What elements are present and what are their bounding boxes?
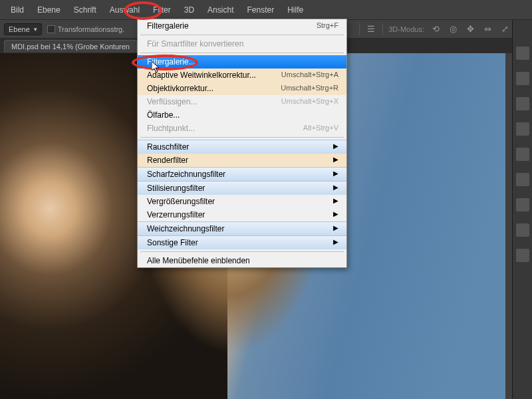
menu-item-noise[interactable]: Rauschfilter ▶	[138, 140, 346, 154]
menu-item-stylize[interactable]: Stilisierungsfilter ▶	[138, 181, 346, 195]
menu-item-show-all[interactable]: Alle Menübefehle einblenden	[138, 254, 346, 267]
panel-icon-adjustments[interactable]	[516, 249, 529, 262]
divider	[382, 23, 383, 35]
submenu-arrow-icon: ▶	[333, 170, 338, 179]
mode-3d-label: 3D-Modus:	[388, 25, 424, 33]
menu-item-filtergalerie[interactable]: Filtergalerie...	[138, 55, 346, 68]
menu-ansicht[interactable]: Ansicht	[201, 1, 240, 19]
layer-dropdown[interactable]: Ebene	[4, 23, 42, 35]
menu-item-magnify[interactable]: Vergrößerungsfilter ▶	[138, 195, 346, 208]
menu-separator	[140, 137, 344, 138]
divider	[359, 23, 360, 35]
submenu-arrow-icon: ▶	[333, 142, 338, 152]
submenu-arrow-icon: ▶	[333, 224, 338, 233]
right-panel-dock	[512, 20, 532, 399]
menu-filter[interactable]: Filter	[146, 1, 178, 19]
submenu-arrow-icon: ▶	[333, 210, 338, 219]
menu-3d[interactable]: 3D	[178, 1, 201, 19]
filter-dropdown-menu: Filtergalerie Strg+F Für Smartfilter kon…	[137, 19, 347, 268]
document-tab[interactable]: MDI.psd bei 14,1% (Grobe Konturen	[4, 40, 137, 53]
menu-item-filtergalerie-repeat[interactable]: Filtergalerie Strg+F	[138, 19, 346, 33]
menu-hilfe[interactable]: Hilfe	[281, 1, 310, 19]
menu-item-oil-paint[interactable]: Ölfarbe...	[138, 108, 346, 122]
panel-icon-channels[interactable]	[516, 198, 529, 211]
scale-3d-icon[interactable]: ⤢	[499, 23, 511, 35]
menu-item-smartfilter-convert: Für Smartfilter konvertieren	[138, 37, 346, 51]
submenu-arrow-icon: ▶	[333, 156, 338, 165]
panel-icon-properties[interactable]	[516, 148, 529, 161]
pan-3d-icon[interactable]: ✥	[464, 23, 476, 35]
menu-item-vanishing-point: Fluchtpunkt... Alt+Strg+V	[138, 122, 346, 135]
submenu-arrow-icon: ▶	[333, 184, 338, 193]
menu-item-render[interactable]: Renderfilter ▶	[138, 154, 346, 167]
menu-item-lens-correction[interactable]: Objektivkorrektur... Umschalt+Strg+R	[138, 82, 346, 95]
panel-icon-paths[interactable]	[516, 223, 529, 237]
menu-item-other[interactable]: Sonstige Filter ▶	[138, 235, 346, 249]
menu-ebene[interactable]: Ebene	[31, 1, 67, 19]
panel-icon-color[interactable]	[516, 72, 529, 85]
menu-bild[interactable]: Bild	[4, 1, 31, 19]
transform-control-option[interactable]: Transformationsstrg.	[47, 25, 124, 33]
menu-auswahl[interactable]: Auswahl	[103, 1, 146, 19]
menubar: Bild Ebene Schrift Auswahl Filter 3D Ans…	[0, 0, 532, 20]
menu-item-sharpen[interactable]: Scharfzeichnungsfilter ▶	[138, 167, 346, 181]
transform-checkbox[interactable]	[47, 25, 55, 33]
panel-icon-brush[interactable]	[516, 97, 529, 110]
menu-item-blur[interactable]: Weichzeichnungsfilter ▶	[138, 221, 346, 235]
menu-schrift[interactable]: Schrift	[67, 1, 103, 19]
menu-separator	[140, 35, 344, 35]
rotate-3d-icon[interactable]: ⟲	[430, 23, 442, 35]
menu-item-distort[interactable]: Verzerrungsfilter ▶	[138, 208, 346, 221]
panel-icon-layers[interactable]	[516, 173, 529, 186]
submenu-arrow-icon: ▶	[333, 197, 338, 206]
roll-3d-icon[interactable]: ◎	[447, 23, 459, 35]
align-icon[interactable]: ☰	[365, 23, 377, 35]
menu-item-adaptive-wide-angle[interactable]: Adaptive Weitwinkelkorrektur... Umschalt…	[138, 68, 346, 82]
panel-icon-swatches[interactable]	[516, 122, 529, 136]
menu-item-liquify: Verflüssigen... Umschalt+Strg+X	[138, 95, 346, 108]
menu-fenster[interactable]: Fenster	[240, 1, 281, 19]
transform-label: Transformationsstrg.	[58, 25, 124, 33]
menu-separator	[140, 53, 344, 53]
slide-3d-icon[interactable]: ⇔	[481, 23, 493, 35]
menu-separator	[140, 251, 344, 252]
panel-icon-history[interactable]	[516, 47, 529, 60]
submenu-arrow-icon: ▶	[333, 238, 338, 247]
